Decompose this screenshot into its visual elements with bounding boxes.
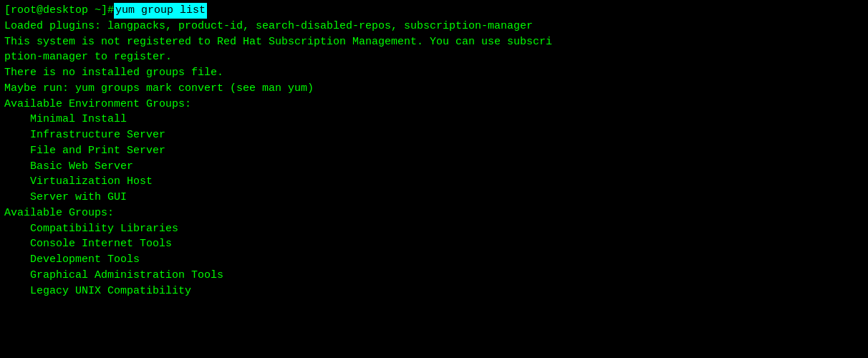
terminal-command: yum group list [114, 3, 207, 19]
terminal-line: Legacy UNIX Compatibility [4, 284, 864, 299]
terminal-line: Minimal Install [4, 112, 864, 127]
terminal-line: Available Environment Groups: [4, 97, 864, 112]
terminal-line: Server with GUI [4, 190, 864, 205]
terminal-line: Maybe run: yum groups mark convert (see … [4, 81, 864, 97]
terminal-line: Console Internet Tools [4, 236, 864, 252]
terminal-line: There is no installed groups file. [4, 65, 864, 81]
terminal-line: Basic Web Server [4, 159, 864, 175]
terminal-output: Loaded plugins: langpacks, product-id, s… [4, 19, 864, 299]
terminal-line: Development Tools [4, 252, 864, 268]
terminal-line: Compatibility Libraries [4, 221, 864, 237]
terminal-prompt: [root@desktop ~]# [4, 3, 114, 19]
terminal-line: Virtualization Host [4, 174, 864, 190]
command-line: [root@desktop ~]# yum group list [4, 3, 864, 19]
terminal-line: This system is not registered to Red Hat… [4, 34, 864, 50]
terminal-line: File and Print Server [4, 143, 864, 159]
terminal-line: ption-manager to register. [4, 49, 864, 65]
terminal-line: Graphical Administration Tools [4, 268, 864, 284]
terminal-window: [root@desktop ~]# yum group list Loaded … [0, 0, 868, 358]
terminal-line: Available Groups: [4, 205, 864, 221]
terminal-line: Infrastructure Server [4, 127, 864, 143]
terminal-line: Loaded plugins: langpacks, product-id, s… [4, 19, 864, 34]
